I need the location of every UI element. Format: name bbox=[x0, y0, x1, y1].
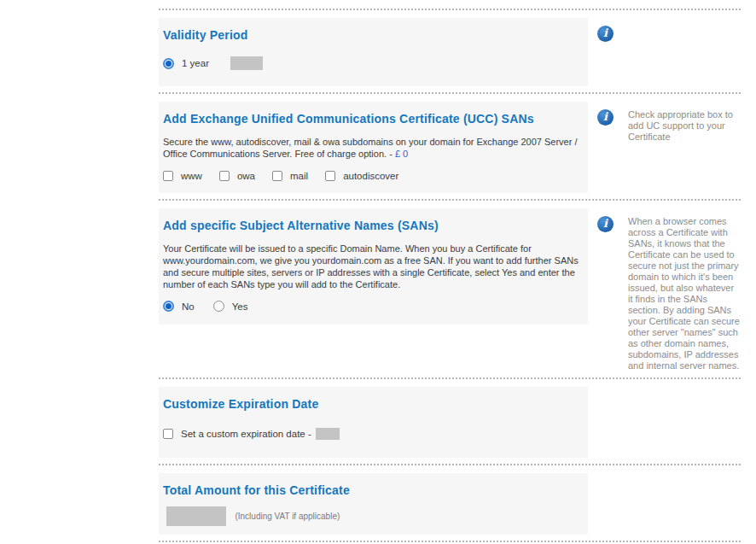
autodiscover-checkbox[interactable] bbox=[325, 171, 335, 181]
section-total-amount: Total Amount for this Certificate (Inclu… bbox=[159, 473, 588, 535]
dotted-separator bbox=[159, 377, 741, 379]
mail-label: mail bbox=[290, 171, 308, 181]
validity-period-title: Validity Period bbox=[163, 28, 581, 42]
specific-sans-description: Your Certificate will be issued to a spe… bbox=[163, 243, 581, 290]
ucc-free-price: £ 0 bbox=[395, 149, 408, 159]
vat-note: (Including VAT if applicable) bbox=[235, 512, 340, 521]
section-row-ucc: Add Exchange Unified Communications Cert… bbox=[159, 102, 741, 193]
section-ucc-sans: Add Exchange Unified Communications Cert… bbox=[159, 102, 588, 193]
ucc-sans-description: Secure the www, autodiscover, mail & owa… bbox=[163, 136, 581, 160]
validity-1year-label: 1 year bbox=[182, 58, 209, 68]
sans-no-label: No bbox=[182, 301, 195, 312]
dotted-separator bbox=[159, 92, 741, 94]
info-icon[interactable]: i bbox=[597, 26, 614, 42]
www-label: www bbox=[181, 171, 202, 181]
certificate-config-form: Validity Period 1 year i Add Exchange Un… bbox=[159, 0, 741, 544]
info-icon[interactable]: i bbox=[597, 216, 614, 232]
info-icon[interactable]: i bbox=[597, 109, 614, 126]
specific-sans-title: Add specific Subject Alternative Names (… bbox=[163, 219, 581, 232]
ucc-option-autodiscover: autodiscover bbox=[325, 171, 398, 181]
sans-no-radio[interactable] bbox=[163, 301, 174, 312]
custom-expiration-label: Set a custom expiration date - bbox=[181, 429, 311, 439]
validity-info-col: i bbox=[597, 18, 741, 42]
section-specific-sans: Add specific Subject Alternative Names (… bbox=[159, 208, 588, 325]
owa-label: owa bbox=[237, 171, 255, 181]
ucc-option-owa: owa bbox=[219, 171, 255, 181]
dotted-separator bbox=[159, 464, 741, 465]
section-row-total: Total Amount for this Certificate (Inclu… bbox=[159, 473, 741, 535]
dotted-separator bbox=[159, 541, 741, 542]
autodiscover-label: autodiscover bbox=[343, 171, 398, 181]
validity-1year-radio[interactable] bbox=[163, 58, 174, 69]
sans-yes-label: Yes bbox=[232, 301, 248, 312]
section-row-validity: Validity Period 1 year i bbox=[159, 18, 741, 86]
owa-checkbox[interactable] bbox=[219, 171, 230, 181]
dotted-separator bbox=[159, 9, 741, 10]
sans-info-text: When a browser comes across a Certificat… bbox=[628, 216, 741, 371]
expiration-date-redacted bbox=[316, 428, 340, 440]
total-amount-redacted bbox=[166, 506, 226, 526]
validity-price-redacted bbox=[230, 56, 263, 70]
sans-info-col: i When a browser comes across a Certific… bbox=[597, 208, 741, 371]
mail-checkbox[interactable] bbox=[272, 171, 282, 181]
www-checkbox[interactable] bbox=[163, 171, 173, 181]
sans-yes-radio[interactable] bbox=[213, 301, 224, 312]
section-validity-period: Validity Period 1 year bbox=[159, 18, 588, 86]
expiration-date-title: Customize Expiration Date bbox=[163, 397, 581, 411]
section-row-expiration: Customize Expiration Date Set a custom e… bbox=[159, 387, 741, 458]
ucc-option-mail: mail bbox=[272, 171, 308, 181]
ucc-sans-title: Add Exchange Unified Communications Cert… bbox=[163, 112, 581, 126]
custom-expiration-checkbox[interactable] bbox=[163, 429, 173, 439]
ucc-info-text: Check appropriate box to add UC support … bbox=[628, 109, 741, 143]
section-row-sans: Add specific Subject Alternative Names (… bbox=[159, 208, 741, 371]
section-expiration-date: Customize Expiration Date Set a custom e… bbox=[159, 387, 588, 458]
ucc-option-www: www bbox=[163, 171, 202, 181]
total-amount-title: Total Amount for this Certificate bbox=[163, 483, 581, 497]
ucc-info-col: i Check appropriate box to add UC suppor… bbox=[597, 102, 741, 143]
ucc-sans-description-text: Secure the www, autodiscover, mail & owa… bbox=[163, 137, 577, 159]
dotted-separator bbox=[159, 199, 741, 201]
